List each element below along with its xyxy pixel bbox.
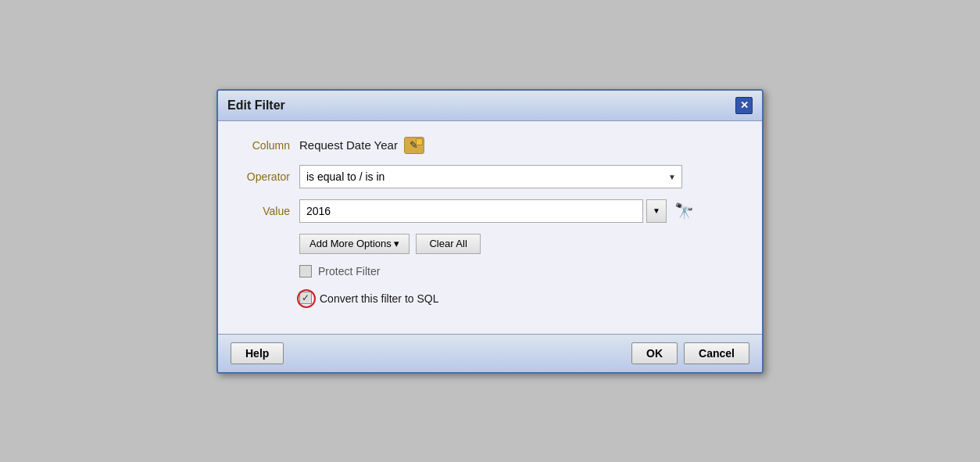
protect-filter-checkbox[interactable] — [299, 265, 312, 278]
dialog-footer: Help OK Cancel — [218, 334, 762, 372]
cancel-button[interactable]: Cancel — [684, 342, 749, 364]
value-input[interactable] — [299, 199, 643, 223]
edit-column-button[interactable] — [404, 137, 424, 154]
add-more-options-button[interactable]: Add More Options ▾ — [299, 234, 410, 254]
operator-select-wrapper: is equal to / is in is not equal to / is… — [299, 165, 682, 188]
binoculars-button[interactable]: 🔭 — [670, 199, 698, 223]
dialog-body: Column Request Date Year Operator is equ… — [218, 121, 762, 334]
column-row: Column Request Date Year — [237, 137, 743, 154]
convert-sql-checkbox[interactable]: ✓ — [299, 292, 312, 304]
footer-right: OK Cancel — [631, 342, 749, 364]
column-value-area: Request Date Year — [299, 137, 424, 154]
convert-sql-checkbox-wrapper: ✓ — [299, 292, 313, 306]
protect-filter-label: Protect Filter — [318, 265, 380, 278]
value-row: Value ▼ 🔭 — [237, 199, 743, 223]
value-input-area: ▼ 🔭 — [299, 199, 698, 223]
operator-label: Operator — [237, 170, 299, 183]
footer-left: Help — [231, 342, 284, 364]
title-bar: Edit Filter ✕ — [218, 91, 762, 121]
ok-button[interactable]: OK — [631, 342, 678, 364]
edit-filter-dialog: Edit Filter ✕ Column Request Date Year O… — [216, 89, 764, 374]
column-value-text: Request Date Year — [299, 138, 398, 152]
help-button[interactable]: Help — [231, 342, 284, 364]
operator-select[interactable]: is equal to / is in is not equal to / is… — [299, 165, 682, 188]
options-row: Add More Options ▾ Clear All — [299, 234, 743, 254]
column-label: Column — [237, 139, 299, 152]
clear-all-button[interactable]: Clear All — [416, 234, 480, 254]
close-button[interactable]: ✕ — [735, 97, 753, 114]
value-dropdown-button[interactable]: ▼ — [646, 199, 667, 223]
convert-sql-label: Convert this filter to SQL — [320, 292, 439, 305]
convert-sql-row: ✓ Convert this filter to SQL — [299, 292, 743, 306]
value-label: Value — [237, 205, 299, 217]
protect-filter-row: Protect Filter — [299, 265, 743, 278]
dialog-title: Edit Filter — [227, 98, 285, 113]
operator-row: Operator is equal to / is in is not equa… — [237, 165, 743, 188]
